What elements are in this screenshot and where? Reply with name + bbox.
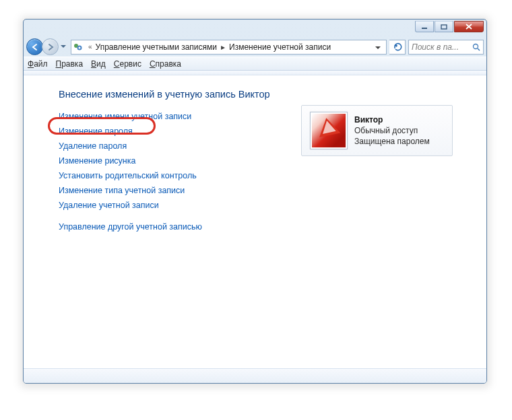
breadcrumb-dropdown[interactable] bbox=[371, 42, 385, 52]
svg-point-4 bbox=[79, 46, 81, 48]
search-input[interactable]: Поиск в па... bbox=[408, 40, 484, 55]
user-protection: Защищена паролем bbox=[354, 136, 430, 147]
breadcrumb-overflow[interactable]: « bbox=[85, 43, 96, 50]
svg-rect-1 bbox=[441, 25, 447, 29]
forward-button[interactable] bbox=[42, 38, 59, 55]
link-change-password[interactable]: Изменение пароля bbox=[59, 127, 281, 136]
user-name: Виктор bbox=[354, 114, 430, 125]
avatar-image bbox=[312, 114, 346, 147]
user-role: Обычный доступ bbox=[354, 125, 430, 136]
maximize-button[interactable] bbox=[435, 21, 453, 32]
action-link-list: Изменение имени учетной записи Изменение… bbox=[59, 112, 281, 232]
titlebar bbox=[24, 20, 486, 37]
back-button[interactable] bbox=[26, 38, 43, 55]
breadcrumb[interactable]: « Управление учетными записями ▸ Изменен… bbox=[71, 40, 387, 55]
menu-bar: Файл Правка Вид Сервис Справка bbox=[24, 57, 486, 71]
link-parental-controls[interactable]: Установить родительский контроль bbox=[59, 171, 281, 180]
refresh-button[interactable] bbox=[389, 40, 406, 55]
link-change-picture[interactable]: Изменение рисунка bbox=[59, 156, 281, 166]
menu-service[interactable]: Сервис bbox=[114, 59, 141, 69]
chevron-right-icon[interactable]: ▸ bbox=[217, 42, 229, 52]
breadcrumb-item-2[interactable]: Изменение учетной записи bbox=[229, 42, 331, 52]
link-manage-other[interactable]: Управление другой учетной записью bbox=[59, 222, 281, 232]
link-rename-account[interactable]: Изменение имени учетной записи bbox=[59, 112, 281, 121]
minimize-button[interactable] bbox=[415, 21, 434, 32]
user-card: Виктор Обычный доступ Защищена паролем bbox=[301, 105, 453, 156]
menu-edit[interactable]: Правка bbox=[56, 59, 84, 69]
avatar bbox=[310, 112, 348, 149]
nav-buttons bbox=[26, 38, 68, 55]
search-placeholder: Поиск в па... bbox=[412, 42, 459, 52]
content-area: Внесение изменений в учетную запись Викт… bbox=[24, 75, 486, 368]
link-change-type[interactable]: Изменение типа учетной записи bbox=[59, 186, 281, 195]
page-title: Внесение изменений в учетную запись Викт… bbox=[59, 89, 281, 100]
toolbar-strip bbox=[24, 71, 486, 75]
link-delete-account[interactable]: Удаление учетной записи bbox=[59, 201, 281, 210]
svg-point-5 bbox=[474, 44, 478, 48]
link-remove-password[interactable]: Удаление пароля bbox=[59, 141, 281, 151]
svg-line-6 bbox=[478, 48, 480, 50]
control-panel-icon bbox=[73, 42, 84, 53]
svg-rect-0 bbox=[422, 28, 427, 29]
status-bar bbox=[24, 368, 486, 383]
menu-view[interactable]: Вид bbox=[91, 59, 106, 69]
address-bar: « Управление учетными записями ▸ Изменен… bbox=[24, 37, 486, 57]
user-column: Виктор Обычный доступ Защищена паролем bbox=[301, 89, 453, 361]
search-icon bbox=[472, 43, 480, 51]
menu-help[interactable]: Справка bbox=[150, 59, 181, 69]
window: « Управление учетными записями ▸ Изменен… bbox=[23, 19, 487, 384]
close-button[interactable] bbox=[454, 21, 484, 32]
menu-file[interactable]: Файл bbox=[28, 59, 48, 69]
actions-column: Внесение изменений в учетную запись Викт… bbox=[59, 89, 281, 361]
nav-history-dropdown[interactable] bbox=[59, 40, 68, 53]
user-info: Виктор Обычный доступ Защищена паролем bbox=[354, 114, 430, 147]
breadcrumb-item-1[interactable]: Управление учетными записями bbox=[96, 42, 217, 52]
